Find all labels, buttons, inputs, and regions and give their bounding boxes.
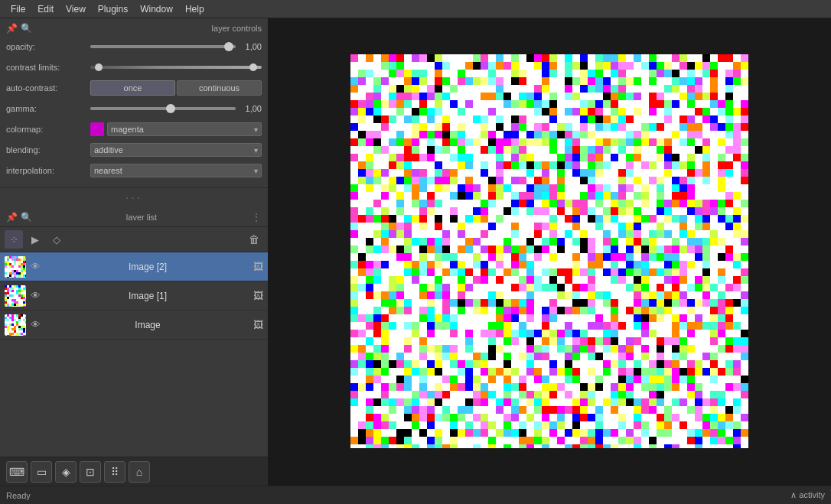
colormap-dropdown[interactable]: magenta ▾ [107, 122, 262, 136]
activity-link[interactable]: ∧ activity [790, 490, 825, 500]
auto-contrast-buttons: once continuous [90, 80, 262, 96]
grid-button[interactable]: ⠿ [104, 461, 125, 483]
contrast-limits-label: contrast limits: [6, 63, 90, 72]
layer-items-list: 👁 Image [2] 🖼 👁 Image [1] 🖼 [0, 252, 268, 457]
shape-tool-button[interactable]: ◇ [47, 230, 66, 249]
points-tool-button[interactable]: ⁘ [5, 230, 23, 249]
layer-list-search-icon[interactable]: 🔍 [21, 212, 32, 223]
layer-type-icon: 🖼 [253, 261, 263, 272]
menubar: File Edit View Plugins Window Help [0, 0, 831, 18]
search-icon[interactable]: 🔍 [21, 23, 32, 34]
menu-window[interactable]: Window [134, 2, 179, 16]
layer-item[interactable]: 👁 Image [1] 🖼 [0, 281, 268, 311]
layer-name: Image [1] [45, 291, 250, 301]
gamma-slider[interactable] [90, 107, 236, 110]
layer-controls-title: layer controls [212, 24, 262, 33]
status-text: Ready [6, 491, 31, 500]
layer-name: Image [45, 320, 250, 330]
interpolation-value: nearest [94, 166, 122, 175]
canvas-area[interactable] [268, 18, 831, 486]
auto-contrast-label: auto-contrast: [6, 83, 90, 93]
colormap-value: magenta [111, 125, 144, 134]
layer-type-icon: 🖼 [253, 319, 263, 330]
layer-item[interactable]: 👁 Image [2] 🖼 [0, 252, 268, 281]
menu-view[interactable]: View [60, 2, 92, 16]
auto-contrast-row: auto-contrast: once continuous [6, 80, 262, 96]
layer-thumbnail [5, 256, 26, 278]
contrast-thumb-right[interactable] [249, 63, 257, 71]
header-icons: 📌 🔍 [6, 23, 32, 34]
layer-name: Image [2] [45, 262, 250, 272]
colormap-swatch[interactable] [90, 122, 104, 136]
layer-list-panel: 📌 🔍 laver list ⋮ ⁘ ▶ ◇ 🗑 👁 [0, 208, 268, 457]
colormap-dropdown-arrow: ▾ [254, 125, 258, 134]
blending-dropdown[interactable]: additive ▾ [90, 143, 262, 157]
opacity-label: opacity: [6, 42, 90, 51]
layer-list-header-icons: 📌 🔍 [6, 212, 32, 223]
blending-value: additive [94, 145, 123, 154]
opacity-slider-container: 1,00 [90, 42, 262, 51]
canvas-viewport [350, 54, 748, 450]
main-canvas[interactable] [350, 54, 748, 448]
menu-plugins[interactable]: Plugins [92, 2, 134, 16]
interpolation-row: interpolation: nearest ▾ [6, 162, 262, 179]
contrast-limits-slider[interactable] [90, 66, 262, 69]
delete-layer-button[interactable]: 🗑 [245, 230, 263, 249]
opacity-row: opacity: 1,00 [6, 38, 262, 55]
left-panel: 📌 🔍 layer controls opacity: 1,00 [0, 18, 268, 486]
colormap-label: colormap: [6, 125, 90, 134]
layer-list-header: 📌 🔍 laver list ⋮ [0, 208, 268, 227]
gamma-row: gamma: 1,00 [6, 100, 262, 117]
interpolation-label: interpolation: [6, 166, 90, 175]
menu-file[interactable]: File [5, 2, 31, 16]
interpolation-dropdown-arrow: ▾ [254, 167, 258, 175]
gamma-label: gamma: [6, 104, 90, 113]
auto-contrast-once-button[interactable]: once [90, 80, 175, 96]
blending-label: blending: [6, 145, 90, 154]
3d-view-button[interactable]: ◈ [55, 461, 77, 483]
visibility-icon[interactable]: 👁 [31, 290, 41, 301]
colormap-row: colormap: magenta ▾ [6, 121, 262, 138]
2d-view-button[interactable]: ▭ [31, 461, 52, 483]
colormap-selector: magenta ▾ [90, 122, 262, 136]
layer-list-pin-icon[interactable]: 📌 [6, 212, 18, 223]
gamma-slider-container: 1,00 [90, 104, 262, 113]
layer-list-more-icon[interactable]: ⋮ [251, 211, 262, 223]
bottom-toolbar: ⌨ ▭ ◈ ⊡ ⠿ ⌂ [0, 457, 268, 486]
visibility-icon[interactable]: 👁 [31, 261, 41, 272]
select-tool-button[interactable]: ▶ [26, 230, 44, 249]
layer-controls-header: 📌 🔍 layer controls [6, 23, 262, 34]
auto-contrast-continuous-button[interactable]: continuous [177, 80, 262, 96]
contrast-slider-container [90, 66, 262, 69]
console-button[interactable]: ⌨ [6, 461, 28, 483]
home-button[interactable]: ⌂ [129, 461, 150, 483]
dots-separator: ··· [0, 188, 268, 208]
menu-help[interactable]: Help [179, 2, 210, 16]
contrast-limits-row: contrast limits: [6, 59, 262, 76]
roll-button[interactable]: ⊡ [80, 461, 101, 483]
contrast-thumb-left[interactable] [95, 63, 103, 71]
layer-item[interactable]: 👁 Image 🖼 [0, 311, 268, 340]
layer-list-title: laver list [126, 213, 157, 222]
layer-thumbnail [5, 314, 26, 336]
opacity-value: 1,00 [239, 42, 262, 51]
layer-list-toolbar: ⁘ ▶ ◇ 🗑 [0, 227, 268, 252]
blending-dropdown-arrow: ▾ [254, 146, 258, 154]
gamma-value: 1,00 [239, 104, 262, 113]
layer-controls-panel: 📌 🔍 layer controls opacity: 1,00 [0, 18, 268, 188]
pin-icon[interactable]: 📌 [6, 23, 18, 34]
menu-edit[interactable]: Edit [31, 2, 60, 16]
opacity-slider[interactable] [90, 45, 236, 48]
layer-type-icon: 🖼 [253, 290, 263, 301]
layer-thumbnail [5, 285, 26, 307]
interpolation-dropdown[interactable]: nearest ▾ [90, 164, 262, 177]
status-bar: Ready ∧ activity [0, 486, 831, 504]
visibility-icon[interactable]: 👁 [31, 319, 41, 330]
blending-row: blending: additive ▾ [6, 141, 262, 158]
main-area: 📌 🔍 layer controls opacity: 1,00 [0, 18, 831, 486]
